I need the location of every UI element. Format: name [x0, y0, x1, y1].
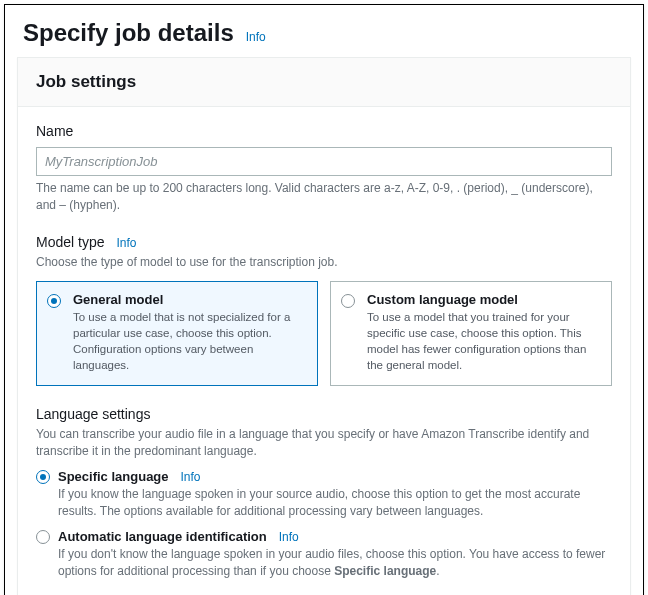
info-link-specific-language[interactable]: Info: [180, 470, 200, 484]
name-field: Name The name can be up to 200 character…: [36, 123, 612, 214]
language-settings-hint: You can transcribe your audio file in a …: [36, 426, 612, 460]
name-label: Name: [36, 123, 612, 139]
specific-language-radio[interactable]: Specific language Info If you know the l…: [36, 468, 612, 520]
tile-title: General model: [73, 292, 305, 307]
name-input[interactable]: [36, 147, 612, 176]
info-link-model-type[interactable]: Info: [116, 236, 136, 250]
tile-desc: To use a model that you trained for your…: [367, 309, 599, 373]
radio-desc: If you don't know the language spoken in…: [58, 546, 612, 580]
model-type-custom-tile[interactable]: Custom language model To use a model tha…: [330, 281, 612, 386]
tile-desc: To use a model that is not specialized f…: [73, 309, 305, 373]
radio-title: Specific language: [58, 469, 169, 484]
radio-icon: [341, 294, 355, 308]
radio-title: Automatic language identification: [58, 529, 267, 544]
language-settings-label: Language settings: [36, 406, 150, 422]
auto-language-radio[interactable]: Automatic language identification Info I…: [36, 528, 612, 580]
model-type-general-tile[interactable]: General model To use a model that is not…: [36, 281, 318, 386]
page-title: Specify job details: [23, 19, 234, 47]
panel-title: Job settings: [36, 72, 612, 92]
job-settings-panel: Job settings Name The name can be up to …: [17, 57, 631, 595]
model-type-label: Model type: [36, 234, 104, 250]
radio-desc: If you know the language spoken in your …: [58, 486, 612, 520]
info-link-header[interactable]: Info: [246, 30, 266, 44]
info-link-auto-language[interactable]: Info: [279, 530, 299, 544]
radio-icon: [36, 530, 50, 544]
name-hint: The name can be up to 200 characters lon…: [36, 180, 612, 214]
model-type-hint: Choose the type of model to use for the …: [36, 254, 612, 271]
radio-icon: [36, 470, 50, 484]
radio-icon: [47, 294, 61, 308]
tile-title: Custom language model: [367, 292, 599, 307]
